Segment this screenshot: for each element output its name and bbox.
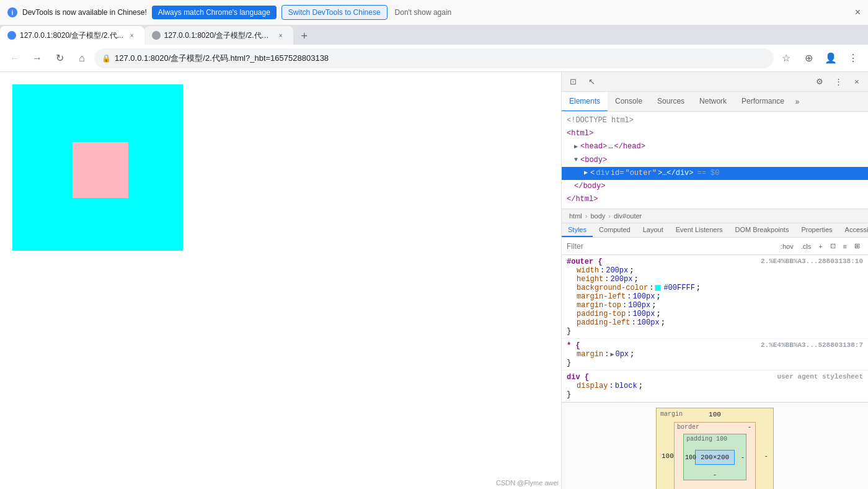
selector-text-div[interactable]: div { <box>567 373 589 382</box>
always-match-language-button[interactable]: Always match Chrome's language <box>152 6 277 19</box>
switch-to-chinese-button[interactable]: Switch DevTools to Chinese <box>281 5 388 20</box>
body-expand-arrow[interactable]: ▼ <box>574 155 578 165</box>
colon-margin-top: : <box>622 301 627 310</box>
css-close-brace-star: } <box>567 359 863 367</box>
bm-margin-label: margin <box>660 411 683 418</box>
bm-padding-bottom-val[interactable]: - <box>713 472 717 478</box>
menu-button[interactable]: ⋮ <box>843 48 863 68</box>
prop-margin-top[interactable]: margin-top <box>577 301 621 310</box>
tab-performance[interactable]: Performance <box>734 92 792 112</box>
styles-filter-input[interactable] <box>567 242 775 251</box>
notification-close-button[interactable]: × <box>855 7 861 18</box>
tree-div-outer[interactable]: ▶ <div id="outer">…</div> == $0 <box>562 167 868 180</box>
tree-doctype[interactable]: <!DOCTYPE html> <box>562 114 868 127</box>
breadcrumb-body[interactable]: body <box>588 211 608 221</box>
colon-padding-left: : <box>631 318 636 327</box>
breadcrumb-sep-1: › <box>585 212 588 220</box>
bm-content-box[interactable]: 200×200 <box>695 450 735 465</box>
bookmark-button[interactable]: ☆ <box>776 48 796 68</box>
color-swatch-bgcolor[interactable] <box>655 285 661 291</box>
notification-text: DevTools is now available in Chinese! <box>22 8 147 17</box>
expand-arrow-margin[interactable]: ▶ <box>610 351 614 358</box>
page-content: CSDN @Flyme awei <box>0 72 561 489</box>
tree-body-open[interactable]: ▼ <body> <box>562 154 868 167</box>
breadcrumb-div[interactable]: div#outer <box>611 211 644 221</box>
bm-margin-top-val[interactable]: 100 <box>709 411 721 418</box>
devtools-more-button[interactable]: ⋮ <box>830 73 847 91</box>
styles-tab-dom-breakpoints[interactable]: DOM Breakpoints <box>729 223 795 237</box>
bm-padding-left-val[interactable]: 100 <box>685 454 696 460</box>
tab-elements[interactable]: Elements <box>562 92 608 112</box>
bm-border-val[interactable]: - <box>748 424 751 431</box>
tab-sources[interactable]: Sources <box>650 92 692 112</box>
breadcrumb-html[interactable]: html <box>567 211 585 221</box>
devtools-close-button[interactable]: × <box>848 73 866 91</box>
profile-button[interactable]: 👤 <box>821 48 841 68</box>
colon-margin-left: : <box>627 292 631 301</box>
value-display[interactable]: block <box>615 382 637 390</box>
value-width[interactable]: 200px <box>606 266 628 275</box>
styles-tab-computed[interactable]: Computed <box>593 223 637 237</box>
value-padding-top[interactable]: 100px <box>632 310 655 318</box>
css-prop-margin-left: margin-left: 100px; <box>567 292 863 301</box>
value-bgcolor[interactable]: #00FFFF <box>663 284 694 292</box>
selector-text-star[interactable]: * { <box>567 341 580 350</box>
reload-button[interactable]: ↻ <box>50 48 69 68</box>
home-button[interactable]: ⌂ <box>72 48 92 68</box>
notification-icon: i <box>7 7 17 17</box>
tree-html[interactable]: <html> <box>562 127 868 140</box>
toggle-view-button[interactable]: ⊡ <box>827 241 839 251</box>
value-margin[interactable]: 0px <box>615 350 629 359</box>
hov-filter-button[interactable]: :hov <box>777 241 797 251</box>
value-height[interactable]: 200px <box>610 275 632 284</box>
styles-tab-layout[interactable]: Layout <box>637 223 670 237</box>
prop-margin-left[interactable]: margin-left <box>577 292 626 301</box>
prop-height[interactable]: height <box>577 275 603 284</box>
css-rule-outer: #outer { 2.%E4%BB%A3...28803138:10 width… <box>562 255 868 339</box>
value-padding-left[interactable]: 100px <box>637 318 660 327</box>
forward-button[interactable]: → <box>27 48 47 68</box>
styles-tab-event-listeners[interactable]: Event Listeners <box>670 223 729 237</box>
selector-text-outer[interactable]: #outer { <box>567 258 603 266</box>
head-expand-arrow[interactable]: ▶ <box>574 142 578 152</box>
prop-width[interactable]: width <box>577 266 599 275</box>
tree-body-close[interactable]: </body> <box>562 180 868 193</box>
bm-padding-right-val[interactable]: - <box>741 454 745 460</box>
prop-display[interactable]: display <box>577 382 608 390</box>
prop-margin[interactable]: margin <box>577 350 603 359</box>
value-margin-left[interactable]: 100px <box>632 292 655 301</box>
prop-bgcolor[interactable]: background-color <box>577 284 648 292</box>
new-tab-button[interactable]: + <box>296 27 313 45</box>
devtools-more-tabs[interactable]: » <box>792 92 804 112</box>
extension-button[interactable]: ⊕ <box>799 48 818 68</box>
back-button[interactable]: ← <box>5 48 25 68</box>
styles-tab-accessibility[interactable]: Accessibility <box>839 223 868 237</box>
styles-tab-styles[interactable]: Styles <box>562 223 593 237</box>
styles-tab-properties[interactable]: Properties <box>795 223 838 237</box>
device-toggle-button[interactable]: ↖ <box>583 73 600 91</box>
tab-network[interactable]: Network <box>692 92 734 112</box>
address-bar[interactable]: 🔒 127.0.0.1:8020/盒子模型/2.代码.html?_hbt=165… <box>94 48 774 68</box>
inspect-element-button[interactable]: ⊡ <box>564 73 582 91</box>
bm-margin-left-val[interactable]: 100 <box>662 452 674 460</box>
prop-padding-top[interactable]: padding-top <box>577 310 626 318</box>
grid-view-button[interactable]: ⊞ <box>851 241 863 251</box>
add-rule-button[interactable]: + <box>815 241 825 251</box>
pink-box <box>73 142 128 198</box>
tab-console[interactable]: Console <box>608 92 650 112</box>
tree-html-close[interactable]: </html> <box>562 193 868 206</box>
browser-tab-1[interactable]: 127.0.0.1:8020/盒子模型/2.代... × <box>0 26 144 45</box>
tab-close-2[interactable]: × <box>276 30 286 40</box>
bm-margin-right-val[interactable]: - <box>764 452 768 460</box>
prop-padding-left[interactable]: padding-left <box>577 318 630 327</box>
settings-button[interactable]: ⚙ <box>811 73 828 91</box>
tree-head[interactable]: ▶ <head>…</head> <box>562 140 868 153</box>
tab-close-1[interactable]: × <box>127 30 137 40</box>
div-expand-arrow[interactable]: ▶ <box>584 168 588 178</box>
dont-show-again-button[interactable]: Don't show again <box>395 8 452 17</box>
browser-tab-2[interactable]: 127.0.0.1:8020/盒子模型/2.代码... × <box>144 26 293 45</box>
refresh-button[interactable]: ≡ <box>840 241 850 251</box>
cls-filter-button[interactable]: .cls <box>798 241 815 251</box>
div-tag-name: div <box>596 168 609 179</box>
value-margin-top[interactable]: 100px <box>628 301 650 310</box>
